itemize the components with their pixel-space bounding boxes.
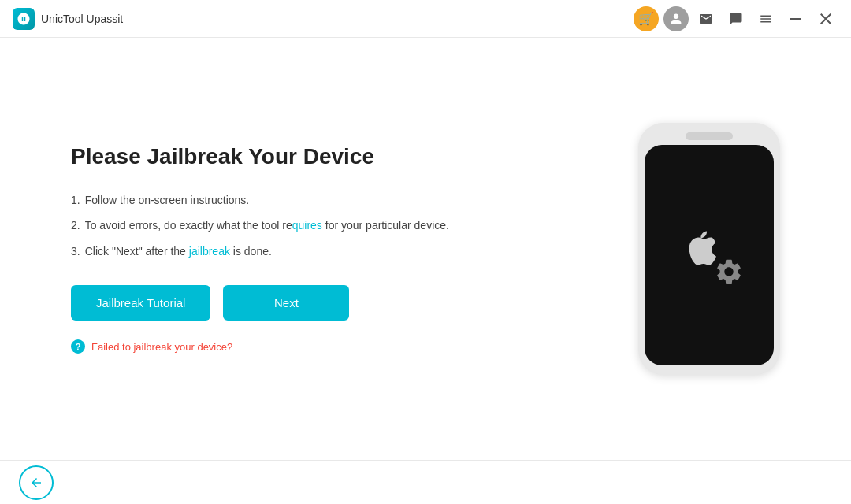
title-bar-right: 🛒	[634, 6, 838, 32]
svg-rect-0	[790, 18, 801, 20]
next-button[interactable]: Next	[223, 285, 349, 321]
left-panel: Please Jailbreak Your Device 1. Follow t…	[71, 144, 638, 354]
button-row: Jailbreak Tutorial Next	[71, 285, 607, 321]
main-content: Please Jailbreak Your Device 1. Follow t…	[0, 38, 851, 460]
instruction-item-2: 2. To avoid errors, do exactly what the …	[71, 217, 607, 234]
chat-icon[interactable]	[723, 6, 749, 32]
failed-jailbreak-link[interactable]: ? Failed to jailbreak your device?	[71, 339, 607, 354]
instructions-list: 1. Follow the on-screen instructions. 2.…	[71, 191, 607, 260]
app-icon	[13, 8, 35, 30]
help-icon: ?	[71, 339, 85, 354]
instruction-item-1: 1. Follow the on-screen instructions.	[71, 191, 607, 209]
mail-icon[interactable]	[693, 6, 719, 32]
back-button[interactable]	[19, 465, 54, 500]
close-button[interactable]	[813, 6, 838, 32]
minimize-button[interactable]	[783, 6, 808, 32]
page-title: Please Jailbreak Your Device	[71, 144, 607, 169]
instruction-text-3: Click "Next" after the jailbreak is done…	[85, 243, 272, 260]
jailbreak-tutorial-button[interactable]: Jailbreak Tutorial	[71, 285, 210, 321]
title-bar-left: UnicTool Upassit	[13, 8, 123, 30]
phone-mockup	[638, 123, 780, 375]
instruction-text-1: Follow the on-screen instructions.	[85, 191, 250, 209]
help-link-text: Failed to jailbreak your device?	[91, 341, 232, 353]
instruction-number-3: 3.	[71, 243, 80, 260]
cart-icon[interactable]: 🛒	[634, 6, 659, 32]
phone-screen	[645, 145, 774, 365]
apple-gear-icon	[678, 224, 741, 287]
gear-logo-svg	[714, 257, 744, 287]
content-wrapper: Please Jailbreak Your Device 1. Follow t…	[71, 123, 780, 375]
instruction-text-2: To avoid errors, do exactly what the too…	[85, 217, 449, 234]
app-title: UnicTool Upassit	[41, 13, 123, 25]
instruction-number-1: 1.	[71, 191, 80, 209]
user-icon[interactable]	[663, 6, 689, 32]
phone-notch	[686, 132, 733, 140]
instruction-number-2: 2.	[71, 217, 80, 234]
bottom-bar	[0, 460, 851, 504]
menu-icon[interactable]	[753, 6, 779, 32]
instruction-item-3: 3. Click "Next" after the jailbreak is d…	[71, 243, 607, 260]
title-bar: UnicTool Upassit 🛒	[0, 0, 851, 38]
